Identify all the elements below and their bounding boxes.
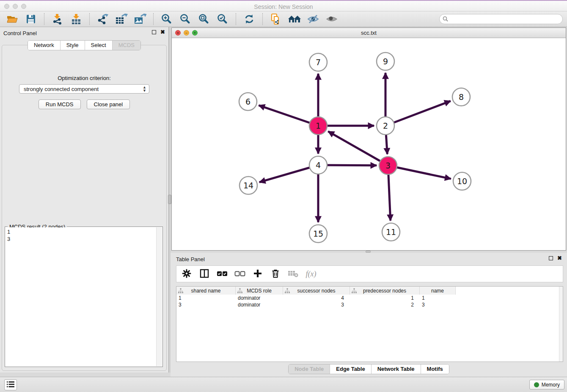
eye-slash-icon [307, 14, 319, 24]
zoom-out-button[interactable] [177, 13, 193, 25]
table-tab-node-table[interactable]: Node Table [289, 364, 330, 374]
import-network-icon [52, 14, 63, 25]
cell-shared-name[interactable]: 1 [176, 295, 236, 301]
save-session-button[interactable] [23, 13, 39, 25]
criterion-select[interactable]: strongly connected component ▲▼ [19, 84, 149, 94]
mcds-result-scrollbar[interactable] [156, 227, 162, 366]
graph-node-1[interactable]: 1 [309, 117, 327, 135]
graph-edge-2-8[interactable] [385, 101, 451, 126]
close-panel-button[interactable]: Close panel [87, 99, 130, 109]
table-tab-motifs[interactable]: Motifs [421, 364, 449, 374]
graph-node-label: 4 [316, 160, 321, 170]
tab-mcds[interactable]: MCDS [112, 41, 140, 50]
cell-name[interactable]: 3 [420, 301, 456, 308]
hide-details-button[interactable] [305, 13, 321, 25]
export-image-button[interactable] [132, 13, 148, 25]
graph-node-6[interactable]: 6 [239, 93, 257, 110]
zoom-selected-icon [217, 14, 228, 25]
graph-node-3[interactable]: 3 [379, 157, 397, 174]
show-details-button[interactable] [324, 13, 340, 25]
cell-mcds-role[interactable]: dominator [236, 295, 283, 301]
import-network-button[interactable] [50, 13, 66, 25]
search-icon [443, 16, 449, 22]
add-column-button[interactable] [252, 268, 264, 280]
delete-column-button[interactable] [270, 268, 281, 280]
table-scrollbar[interactable] [559, 287, 563, 362]
home-layout-button[interactable] [286, 13, 303, 25]
run-mcds-button[interactable]: Run MCDS [39, 99, 81, 109]
table-tab-network-table[interactable]: Network Table [371, 364, 421, 374]
cell-name[interactable]: 1 [420, 295, 456, 301]
export-network-button[interactable] [95, 13, 111, 25]
status-bar: Memory [0, 377, 567, 392]
export-table-button[interactable] [113, 13, 129, 25]
clone-network-button[interactable] [268, 13, 284, 25]
graph-node-7[interactable]: 7 [309, 53, 327, 71]
table-row[interactable]: 3dominator323 [176, 301, 563, 308]
refresh-button[interactable] [241, 13, 257, 25]
table-settings-button[interactable] [181, 268, 193, 280]
cell-successor-nodes[interactable]: 4 [283, 295, 350, 301]
network-window-title: scc.txt [172, 30, 566, 36]
graph-node-15[interactable]: 15 [309, 225, 327, 243]
cell-predecessor-nodes[interactable]: 1 [350, 295, 420, 301]
network-canvas[interactable]: 7968124314101511 [172, 38, 566, 250]
graph-edge-3-10[interactable] [388, 166, 451, 179]
zoom-fit-button[interactable] [196, 13, 212, 25]
zoom-in-button[interactable] [159, 13, 175, 25]
cell-predecessor-nodes[interactable]: 2 [350, 301, 420, 308]
select-all-rows-button[interactable] [216, 268, 228, 280]
graph-node-label: 7 [316, 58, 321, 67]
search-input[interactable] [439, 14, 563, 24]
close-table-panel-icon[interactable]: ✖ [557, 256, 562, 260]
open-session-button[interactable] [4, 13, 20, 25]
control-panel-title: Control Panel [3, 30, 37, 36]
graph-node-label: 9 [383, 57, 388, 66]
cell-shared-name[interactable]: 3 [176, 301, 236, 308]
table-tab-edge-table[interactable]: Edge Table [330, 364, 371, 374]
graph-node-4[interactable]: 4 [309, 156, 327, 174]
column-header-successor-nodes[interactable]: successor nodes [283, 287, 350, 295]
graph-edge-3-1[interactable] [328, 131, 388, 166]
table-panel: Table Panel ✖ [171, 253, 567, 377]
control-panel: Control Panel ✖ NetworkStyleSelectMCDS O… [0, 27, 168, 373]
toolbar-separator [89, 13, 90, 25]
float-table-panel-icon[interactable] [549, 256, 553, 260]
column-header-shared-name[interactable]: shared name [176, 287, 236, 295]
task-history-button[interactable] [4, 379, 17, 390]
graph-node-label: 3 [385, 161, 391, 170]
column-header-name[interactable]: name [420, 287, 456, 295]
column-header-label: successor nodes [297, 288, 335, 294]
memory-label: Memory [542, 382, 560, 388]
deselect-all-rows-button[interactable] [234, 268, 246, 280]
tab-network[interactable]: Network [28, 41, 60, 50]
mcds-result-text[interactable]: 1 3 [6, 227, 156, 366]
graph-node-9[interactable]: 9 [377, 52, 394, 70]
cell-successor-nodes[interactable]: 3 [283, 301, 350, 308]
cell-mcds-role[interactable]: dominator [236, 301, 283, 308]
graph-node-2[interactable]: 2 [377, 117, 394, 135]
function-builder-button[interactable]: f(x) [305, 268, 317, 280]
network-window-titlebar[interactable]: × − + scc.txt [172, 28, 566, 38]
column-header-predecessor-nodes[interactable]: predecessor nodes [350, 287, 420, 295]
tab-select[interactable]: Select [85, 41, 112, 50]
node-table[interactable]: shared nameMCDS rolesuccessor nodesprede… [176, 286, 563, 362]
memory-button[interactable]: Memory [529, 380, 564, 389]
work-area: × − + scc.txt 7968124314101511 Table Pan… [171, 27, 567, 377]
column-header-mcds-role[interactable]: MCDS role [236, 287, 283, 295]
graph-node-10[interactable]: 10 [453, 172, 471, 190]
tab-style[interactable]: Style [60, 41, 85, 50]
graph-node-8[interactable]: 8 [452, 88, 470, 106]
float-panel-icon[interactable] [152, 30, 156, 34]
refresh-icon [244, 14, 255, 25]
graph-node-14[interactable]: 14 [239, 177, 257, 194]
column-header-label: name [431, 288, 444, 294]
table-row[interactable]: 1dominator411 [176, 295, 563, 301]
zoom-selected-button[interactable] [215, 13, 231, 25]
graph-node-11[interactable]: 11 [382, 223, 400, 241]
delete-table-button[interactable] [287, 268, 299, 280]
split-view-button[interactable] [198, 268, 210, 280]
import-table-button[interactable] [68, 13, 84, 25]
close-panel-icon[interactable]: ✖ [160, 30, 165, 34]
application-window: Session: New Session [0, 0, 567, 392]
